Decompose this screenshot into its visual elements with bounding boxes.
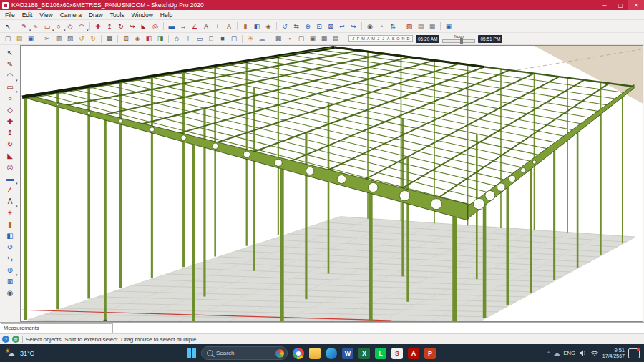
monochrome-mode-icon[interactable]: ▤: [331, 34, 341, 44]
front-view-icon[interactable]: ▭: [195, 34, 205, 44]
copy-icon[interactable]: ▥: [54, 34, 64, 44]
maximize-button[interactable]: ▢: [613, 0, 628, 10]
protractor-icon[interactable]: ∠: [190, 21, 200, 31]
time-slider-thumb[interactable]: [460, 38, 463, 44]
circle-icon[interactable]: ○: [4, 93, 16, 104]
start-button[interactable]: [187, 348, 196, 358]
sketchup-icon[interactable]: S: [391, 348, 403, 359]
zoom-icon[interactable]: ⊕▾: [4, 265, 16, 275]
right-view-icon[interactable]: □: [206, 34, 217, 44]
shadow-time-slider[interactable]: Noon: [442, 34, 475, 43]
polygon-icon[interactable]: ◇: [65, 21, 76, 31]
minimize-button[interactable]: ─: [597, 0, 613, 10]
print-icon[interactable]: ▦: [104, 34, 115, 44]
arc-icon[interactable]: ◠▾: [77, 21, 87, 31]
rectangle-icon[interactable]: ▭▾: [4, 82, 16, 92]
select-icon[interactable]: ↖: [3, 21, 14, 31]
menu-window[interactable]: Window: [128, 11, 157, 19]
cut-icon[interactable]: ✂: [42, 34, 53, 44]
shaded-mode-icon[interactable]: ▣: [308, 34, 318, 44]
close-button[interactable]: ✕: [628, 0, 644, 10]
viewport-3d[interactable]: [20, 45, 643, 322]
open-icon[interactable]: ▤: [14, 34, 25, 44]
volume-icon[interactable]: [579, 349, 587, 357]
rotate-icon[interactable]: ↻: [116, 21, 127, 31]
undo-icon[interactable]: ↺: [77, 34, 87, 44]
offset-icon[interactable]: ◎: [4, 162, 16, 172]
notification-icon[interactable]: [628, 348, 640, 358]
display-section-cuts-icon[interactable]: ▦: [427, 21, 438, 31]
zoom-icon[interactable]: ⊕: [303, 21, 313, 31]
polygon-icon[interactable]: ◇: [4, 104, 16, 115]
eraser-icon[interactable]: ▮: [4, 219, 16, 230]
menu-file[interactable]: File: [1, 11, 19, 19]
shadows-toggle-icon[interactable]: ☀: [245, 34, 256, 44]
menu-tools[interactable]: Tools: [107, 11, 128, 19]
pan-icon[interactable]: ⇆: [291, 21, 302, 31]
move-icon[interactable]: ✚: [93, 21, 104, 31]
follow-me-icon[interactable]: ↪: [127, 21, 138, 31]
eraser-icon[interactable]: ▮: [240, 21, 251, 31]
materials-icon[interactable]: ◧: [144, 34, 155, 44]
left-view-icon[interactable]: ▢: [229, 34, 240, 44]
time-slider-track[interactable]: [442, 39, 475, 43]
zoom-extents-icon[interactable]: ⊠: [4, 276, 16, 287]
offset-icon[interactable]: ◎: [150, 21, 161, 31]
wireframe-mode-icon[interactable]: ▫: [285, 34, 296, 44]
position-camera-icon[interactable]: ◉: [365, 21, 376, 31]
line-app-icon[interactable]: L: [375, 348, 386, 359]
position-camera-icon[interactable]: ◉: [4, 288, 16, 298]
word-icon[interactable]: W: [342, 348, 353, 359]
next-view-icon[interactable]: ↪: [348, 21, 359, 31]
circle-icon[interactable]: ○▾: [54, 21, 64, 31]
help-icon[interactable]: ?: [2, 336, 9, 343]
onedrive-icon[interactable]: ☁: [554, 350, 560, 357]
menu-camera[interactable]: Camera: [57, 11, 85, 19]
new-icon[interactable]: ▢: [3, 34, 14, 44]
paint-bucket-icon[interactable]: ◧: [252, 21, 263, 31]
tape-measure-icon[interactable]: ▬▾: [4, 173, 16, 184]
orbit-icon[interactable]: ↺: [280, 21, 291, 31]
protractor-icon[interactable]: ∠: [4, 185, 16, 195]
acrobat-icon[interactable]: A: [408, 348, 419, 359]
iso-view-icon[interactable]: ◇: [172, 34, 182, 44]
scale-icon[interactable]: ◣: [4, 150, 16, 161]
display-section-planes-icon[interactable]: ▤: [416, 21, 426, 31]
taskbar-weather[interactable]: ☀ ☁ 31°C: [4, 348, 90, 359]
walk-icon[interactable]: ⇅: [388, 21, 399, 31]
text-icon[interactable]: A▾: [4, 196, 16, 207]
measurements-box[interactable]: Measurements: [1, 323, 113, 333]
arc-icon[interactable]: ◠▾: [4, 70, 16, 81]
paste-icon[interactable]: ▨: [65, 34, 76, 44]
section-plane-icon[interactable]: ▧: [404, 21, 415, 31]
dimension-icon[interactable]: ↔: [178, 21, 189, 31]
axes-icon[interactable]: +: [4, 207, 16, 218]
components-icon[interactable]: ◈: [132, 34, 143, 44]
rotate-icon[interactable]: ↻: [4, 139, 16, 150]
line-icon[interactable]: ✎: [4, 59, 16, 69]
zoom-extents-icon[interactable]: ⊠: [326, 21, 336, 31]
scale-icon[interactable]: ◣: [139, 21, 150, 31]
move-icon[interactable]: ✚: [4, 116, 16, 127]
select-icon[interactable]: ↖: [4, 47, 16, 58]
paint-bucket-icon[interactable]: ◧: [4, 230, 16, 241]
top-view-icon[interactable]: ⊤: [183, 34, 194, 44]
save-icon[interactable]: ▣: [26, 34, 36, 44]
menu-edit[interactable]: Edit: [19, 11, 36, 19]
rectangle-icon[interactable]: ▭▾: [42, 21, 53, 31]
pan-icon[interactable]: ⇆: [4, 253, 16, 264]
tape-measure-icon[interactable]: ▬: [167, 21, 177, 31]
taskbar-search[interactable]: Search: [201, 346, 288, 360]
tray-clock[interactable]: 9:51 17/4/2567: [602, 348, 625, 359]
axes-icon[interactable]: +: [213, 21, 223, 31]
shadow-date-slider[interactable]: JFMAMJJASOND: [348, 35, 413, 42]
excel-icon[interactable]: X: [358, 348, 370, 359]
freehand-icon[interactable]: ≈: [31, 21, 42, 31]
hidden-line-mode-icon[interactable]: ▢: [296, 34, 307, 44]
edge-icon[interactable]: [326, 348, 337, 359]
make-component-icon[interactable]: ◈: [263, 21, 274, 31]
look-around-icon[interactable]: ◔: [376, 21, 387, 31]
menu-draw[interactable]: Draw: [85, 11, 107, 19]
menu-help[interactable]: Help: [157, 11, 176, 19]
orbit-icon[interactable]: ↺: [4, 242, 16, 253]
